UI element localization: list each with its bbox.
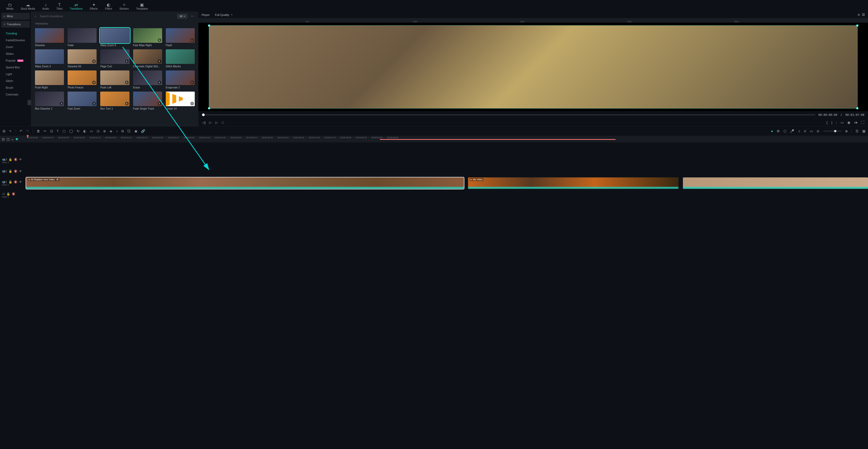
- download-icon[interactable]: ⬇: [158, 102, 161, 105]
- play2-icon[interactable]: ▷: [215, 121, 218, 124]
- prev-frame-icon[interactable]: ◁|: [202, 121, 206, 124]
- category-item[interactable]: Fade&Dissolve: [0, 37, 31, 43]
- filter-dropdown[interactable]: All▾: [177, 14, 187, 19]
- lock-icon[interactable]: 🔓: [6, 192, 10, 196]
- camera-icon[interactable]: 📹1: [2, 180, 7, 184]
- handle-icon[interactable]: [208, 107, 210, 109]
- magnet-icon[interactable]: ⏛: [11, 137, 13, 141]
- search-input[interactable]: [38, 13, 175, 19]
- transition-thumb[interactable]: ⬇: [133, 28, 162, 43]
- tool2-icon[interactable]: ◫: [6, 137, 10, 141]
- timer-icon[interactable]: ◷: [97, 129, 99, 133]
- zoom-slider[interactable]: [823, 131, 841, 131]
- collapse-sidebar-button[interactable]: ‹: [27, 100, 31, 105]
- lock-icon[interactable]: 🔓: [9, 158, 12, 161]
- timeline-ruler[interactable]: 00:00:00:0000:00:00:1000:00:00:2000:00:0…: [26, 136, 868, 142]
- copy-icon[interactable]: ⿻: [127, 129, 131, 133]
- camera-icon[interactable]: 📹3: [2, 158, 7, 161]
- zoom-in-icon[interactable]: ⊕: [845, 129, 848, 133]
- category-item[interactable]: Speed Blur: [0, 64, 31, 71]
- download-icon[interactable]: ⬇: [125, 60, 129, 63]
- track-content[interactable]: ▸02 Replace Your Video⚙ ▸My Video: [26, 177, 868, 190]
- transition-item[interactable]: ⬇Erase: [133, 70, 162, 89]
- snap-icon[interactable]: ✱: [16, 137, 18, 141]
- volume-icon[interactable]: 🕪: [854, 121, 857, 124]
- transition-item[interactable]: Push Right: [35, 70, 64, 89]
- download-icon[interactable]: ⬇: [190, 102, 194, 105]
- audio-icon[interactable]: ♪1: [2, 192, 5, 196]
- transition-thumb[interactable]: ⬇: [100, 92, 129, 106]
- tab-stickers[interactable]: ✧Stickers: [116, 2, 133, 11]
- mute-icon[interactable]: 🔇: [14, 158, 18, 161]
- transition-thumb[interactable]: [35, 28, 64, 43]
- rect-icon[interactable]: ▢: [62, 129, 65, 133]
- preview-area[interactable]: [198, 23, 868, 111]
- play-icon[interactable]: ▷: [209, 121, 212, 124]
- cut-icon[interactable]: ✂: [43, 129, 46, 133]
- tab-stock-media[interactable]: ☁Stock Media: [17, 2, 39, 11]
- transition-item[interactable]: ⬇Photo Freeze: [68, 70, 97, 89]
- transition-item[interactable]: ⬇Dissolve 03: [68, 49, 97, 68]
- more-icon[interactable]: ⋯: [189, 14, 195, 18]
- handle-icon[interactable]: [856, 107, 858, 109]
- transition-item[interactable]: Fade: [68, 28, 97, 47]
- category-item[interactable]: Light: [0, 71, 31, 77]
- transition-item[interactable]: ⬇Linear 14: [166, 92, 195, 110]
- transition-thumb[interactable]: ⬇: [100, 49, 129, 64]
- category-item[interactable]: PopularNEW: [0, 57, 31, 64]
- tab-effects[interactable]: ✦Effects: [86, 2, 101, 11]
- delete-icon[interactable]: 🗑: [36, 129, 40, 133]
- tab-templates[interactable]: ▣Templates: [132, 2, 152, 11]
- transition-thumb[interactable]: ⬇: [166, 92, 195, 106]
- fullscreen-icon[interactable]: ⛶: [861, 121, 864, 124]
- category-item[interactable]: Glitch: [0, 77, 31, 84]
- eye-icon[interactable]: 👁: [19, 158, 22, 161]
- clip-third[interactable]: [683, 178, 868, 189]
- transition-item[interactable]: Warp Zoom 5: [100, 28, 129, 47]
- transition-thumb[interactable]: [68, 28, 97, 43]
- stop-icon[interactable]: □: [222, 121, 224, 124]
- scrub-bar[interactable]: [202, 114, 815, 115]
- transition-thumb[interactable]: [35, 70, 64, 85]
- transition-item[interactable]: ⬇Evaporate 2: [166, 70, 195, 89]
- transition-thumb[interactable]: ⬇: [100, 70, 129, 85]
- transition-thumb[interactable]: ⬇: [35, 92, 64, 106]
- transition-item[interactable]: ⬇Fade Single Track: [133, 92, 162, 110]
- zoom-out-icon[interactable]: ⊖: [816, 129, 819, 133]
- download-icon[interactable]: ⬇: [60, 102, 63, 105]
- safe-zone-icon[interactable]: ▭: [810, 129, 813, 133]
- scrub-handle[interactable]: [202, 114, 205, 116]
- shield-icon[interactable]: ⬡: [783, 129, 786, 133]
- download-icon[interactable]: ⬇: [92, 60, 96, 63]
- transition-thumb[interactable]: ⬇: [166, 70, 195, 85]
- transition-item[interactable]: ⬇Flash: [166, 28, 195, 47]
- download-icon[interactable]: ⬇: [158, 60, 161, 63]
- tab-media[interactable]: 🗀Media: [3, 2, 17, 11]
- category-item[interactable]: Slides: [0, 50, 31, 57]
- category-item[interactable]: Trending: [0, 30, 31, 37]
- transition-thumb[interactable]: ⬇: [166, 28, 195, 43]
- crop-icon[interactable]: ⊡: [50, 129, 53, 133]
- handle-icon[interactable]: [856, 25, 858, 27]
- view-icon[interactable]: ▦: [862, 129, 865, 133]
- mark-out-icon[interactable]: }: [831, 121, 832, 124]
- tab-titles[interactable]: TTitles: [53, 2, 66, 11]
- category-item[interactable]: Zoom: [0, 43, 31, 50]
- transition-item[interactable]: ⬇Page Curl: [100, 49, 129, 68]
- transition-item[interactable]: ⬇Box Turn 1: [100, 92, 129, 110]
- transition-thumb[interactable]: ⬇: [133, 49, 162, 64]
- adjust-icon[interactable]: ⫞: [116, 129, 118, 133]
- download-icon[interactable]: ⬇: [158, 81, 161, 84]
- download-icon[interactable]: ⬇: [125, 102, 129, 105]
- transition-thumb[interactable]: ⬇: [68, 49, 97, 64]
- circle-icon[interactable]: ◯: [69, 129, 73, 133]
- mark-in-icon[interactable]: {: [827, 121, 828, 124]
- gear-icon[interactable]: ⚙: [777, 129, 780, 133]
- handle-icon[interactable]: [208, 25, 210, 27]
- screen-icon[interactable]: ▭: [90, 129, 93, 133]
- grid-view-icon[interactable]: ⊞: [858, 13, 860, 17]
- redo-icon[interactable]: ↷: [26, 129, 29, 133]
- tag-icon[interactable]: ◈: [110, 129, 112, 133]
- mute-icon[interactable]: 🔇: [12, 192, 16, 196]
- record-icon[interactable]: ◉: [134, 129, 137, 133]
